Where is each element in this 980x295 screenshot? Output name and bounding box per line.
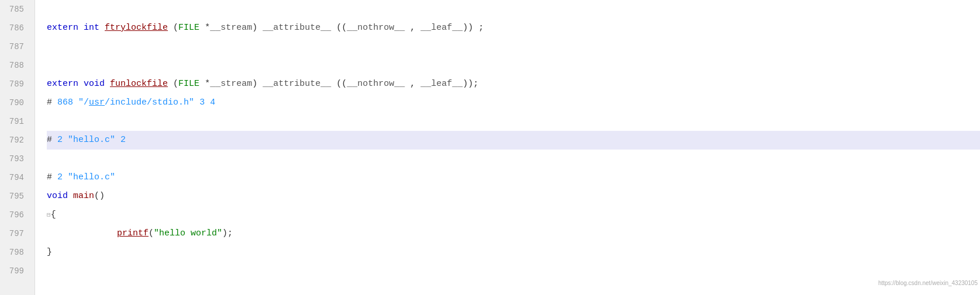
code-line-795: void main() <box>47 187 980 206</box>
line-num-785: 785 <box>6 0 29 19</box>
code-line-785 <box>47 0 980 19</box>
line-num-789: 789 <box>6 75 29 93</box>
line-number-gutter: 785 786 787 788 789 790 791 792 793 794 … <box>0 0 35 295</box>
code-line-796: ⊟{ <box>47 206 980 224</box>
line-num-793: 793 <box>6 150 29 168</box>
line-num-797: 797 <box>6 224 29 243</box>
watermark: https://blog.csdn.net/weixin_43230105 <box>878 274 978 293</box>
line-num-788: 788 <box>6 56 29 75</box>
code-content: extern int ftrylockfile (FILE *__stream)… <box>35 0 980 295</box>
code-line-794: # 2 "hello.c" <box>47 168 980 187</box>
code-line-788 <box>47 56 980 75</box>
code-line-797: printf("hello world"); <box>47 224 980 243</box>
code-line-799 <box>47 262 980 280</box>
code-line-798: } <box>47 243 980 262</box>
line-num-786: 786 <box>6 19 29 37</box>
code-line-792: # 2 "hello.c" 2 <box>47 131 980 150</box>
code-line-791 <box>47 112 980 131</box>
code-line-786: extern int ftrylockfile (FILE *__stream)… <box>47 19 980 37</box>
line-num-795: 795 <box>6 187 29 206</box>
line-num-796: 796 <box>6 206 29 224</box>
line-num-792: 792 <box>6 131 29 150</box>
code-line-789: extern void funlockfile (FILE *__stream)… <box>47 75 980 93</box>
code-editor: 785 786 787 788 789 790 791 792 793 794 … <box>0 0 980 295</box>
line-num-799: 799 <box>6 262 29 280</box>
line-num-794: 794 <box>6 168 29 187</box>
line-num-791: 791 <box>6 112 29 131</box>
line-num-798: 798 <box>6 243 29 262</box>
code-line-787 <box>47 37 980 56</box>
code-line-793 <box>47 150 980 168</box>
line-num-787: 787 <box>6 37 29 56</box>
line-num-790: 790 <box>6 93 29 112</box>
code-line-790: # 868 "/usr/include/stdio.h" 3 4 <box>47 93 980 112</box>
